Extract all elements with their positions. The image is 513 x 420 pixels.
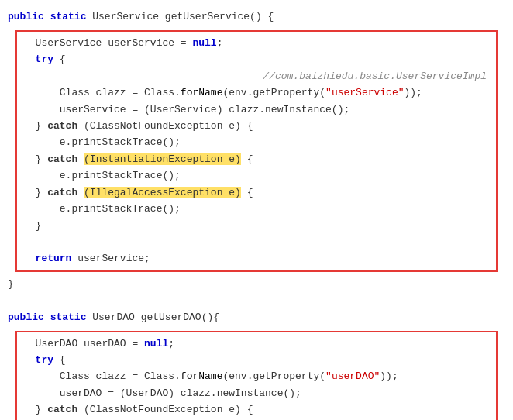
line-blank1 [23,234,490,250]
line-1: UserService userService = null; [23,35,490,51]
keyword-public: public [8,11,44,22]
line-2: try { [23,51,490,67]
section1-header: public static UserService getUserService… [0,8,513,27]
line-forname1: Class clazz = Class.forName(env.getPrope… [23,84,490,101]
keyword-static2: static [50,312,87,323]
line-stacktrace1: e.printStackTrace(); [23,134,490,150]
section1-closing: } [0,275,513,294]
section2-box: UserDAO userDAO = null; try { Class claz… [15,331,498,420]
line-s2-assign: userDAO = (UserDAO) clazz.newInstance(); [23,385,490,401]
line-catch2: } catch (InstantiationException e) { [23,151,490,167]
keyword-public2: public [8,312,44,323]
section1-box: UserService userService = null; try { //… [15,30,498,272]
line-catch3: } catch (IllegalAccessException e) { [23,184,490,201]
line-s2-1: UserDAO userDAO = null; [23,336,490,352]
line-stacktrace2: e.printStackTrace(); [23,167,490,184]
line-comment: //com.baizhiedu.basic.UserServiceImpl [23,68,490,84]
comment-text: //com.baizhiedu.basic.UserServiceImpl [263,71,487,82]
line-return1: return userService; [23,250,490,267]
line-s2-forname: Class clazz = Class.forName(env.getPrope… [23,368,490,384]
line-s2-catch1: } catch (ClassNotFoundException e) { [23,401,490,418]
line-assign1: userService = (UserService) clazz.newIns… [23,102,490,118]
keyword-static: static [50,11,87,22]
line-close-try1: } [23,218,490,234]
section2-header: public static UserDAO getUserDAO(){ [0,308,513,328]
line-catch1: } catch (ClassNotFoundException e) { [23,118,490,134]
line-stacktrace3: e.printStackTrace(); [23,201,490,217]
line-s2-2: try { [23,352,490,368]
gap [0,294,513,308]
code-viewer: public static UserService getUserService… [0,8,513,420]
